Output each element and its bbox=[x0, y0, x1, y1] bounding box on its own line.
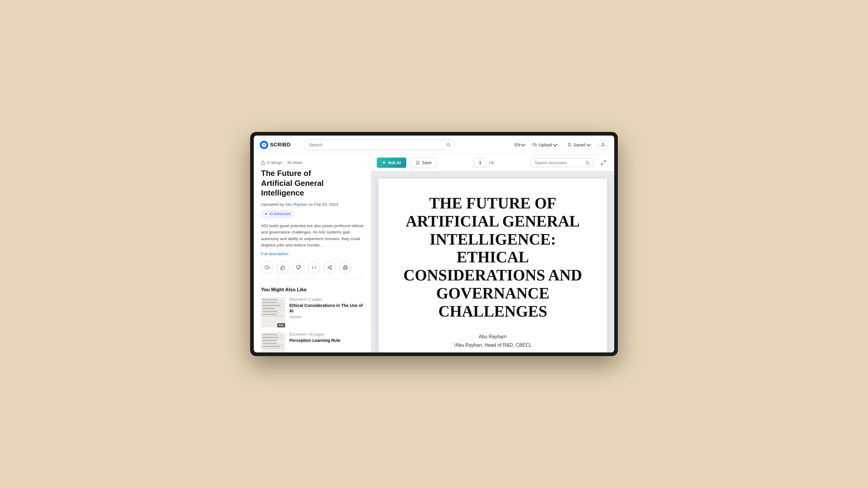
svg-line-1 bbox=[450, 146, 450, 147]
doc-content-area[interactable]: THE FUTURE OF ARTIFICIAL GENERAL INTELLI… bbox=[371, 171, 614, 352]
svg-point-8 bbox=[330, 268, 332, 270]
svg-point-12 bbox=[586, 161, 589, 164]
doc-search-button[interactable] bbox=[585, 161, 590, 165]
page-total: / 6 bbox=[489, 160, 494, 165]
ask-ai-star-icon: ✦ bbox=[382, 160, 386, 165]
doc-description: AGI holds great potential but also poses… bbox=[261, 223, 364, 249]
doc-viewer: ✦ Ask AI Save / 6 bbox=[371, 154, 614, 352]
save-label: Save bbox=[422, 160, 432, 165]
device-frame: SCRIBD EN bbox=[250, 132, 618, 356]
related-type-1: Document • 3 pages bbox=[289, 297, 364, 301]
related-info-1: Document • 3 pages Ethical Consideration… bbox=[289, 297, 364, 327]
svg-line-13 bbox=[588, 164, 589, 164]
doc-search bbox=[531, 158, 594, 167]
main-layout: 0 ratings • 38 views The Future of Artif… bbox=[254, 154, 614, 352]
page-main-title: THE FUTURE OF ARTIFICIAL GENERAL INTELLI… bbox=[403, 194, 583, 321]
doc-uploader: Uploaded by Abu Rayhan on Feb 03, 2024 bbox=[261, 202, 364, 207]
dislike-button[interactable] bbox=[292, 261, 304, 273]
doc-title-line2: Artificial General bbox=[261, 178, 324, 188]
doc-meta: 0 ratings • 38 views bbox=[261, 160, 364, 165]
svg-point-6 bbox=[330, 265, 332, 267]
saved-label: Saved bbox=[573, 142, 585, 147]
doc-title-line1: The Future of bbox=[261, 169, 311, 178]
share-button[interactable] bbox=[324, 261, 336, 273]
uploaded-by-prefix: Uploaded by bbox=[261, 202, 284, 207]
saved-chevron-icon bbox=[587, 142, 591, 146]
doc-title-line3: Intelligence bbox=[261, 188, 304, 197]
user-avatar[interactable] bbox=[598, 140, 608, 150]
search-bar bbox=[304, 139, 455, 150]
author-link[interactable]: Abu Rayhan bbox=[285, 202, 307, 207]
print-button[interactable] bbox=[339, 261, 351, 273]
scribd-logo-icon bbox=[260, 141, 268, 149]
ratings-count: 0 ratings bbox=[267, 160, 282, 165]
full-description-link[interactable]: Full description bbox=[261, 252, 288, 256]
like-button[interactable] bbox=[277, 261, 289, 273]
doc-page: THE FUTURE OF ARTIFICIAL GENERAL INTELLI… bbox=[378, 178, 607, 352]
page-number-input[interactable] bbox=[474, 158, 487, 167]
logo-text: SCRIBD bbox=[270, 142, 290, 148]
search-button[interactable] bbox=[446, 142, 451, 147]
svg-line-14 bbox=[604, 161, 606, 162]
svg-line-15 bbox=[601, 163, 603, 165]
upload-button[interactable]: Upload bbox=[530, 141, 560, 149]
upload-date: on Feb 03, 2024 bbox=[309, 202, 338, 207]
fullscreen-button[interactable] bbox=[598, 157, 609, 168]
ai-badge: ✦ AI-enhanced bbox=[261, 210, 294, 218]
ai-badge-label: AI-enhanced bbox=[269, 212, 290, 216]
svg-line-9 bbox=[329, 268, 331, 269]
chevron-down-icon bbox=[521, 142, 525, 146]
page-author-name: Abu Rayhan¹ bbox=[454, 332, 532, 341]
language-selector[interactable]: EN bbox=[515, 142, 524, 147]
doc-title: The Future of Artificial General Intelli… bbox=[261, 168, 364, 198]
nav-right: EN Upload Saved bbox=[515, 140, 608, 150]
svg-line-10 bbox=[329, 266, 331, 267]
language-label: EN bbox=[515, 142, 520, 147]
download-button[interactable] bbox=[261, 261, 273, 273]
logo-area: SCRIBD bbox=[260, 141, 299, 149]
related-section-title: You Might Also Like bbox=[261, 287, 364, 293]
related-card-2[interactable]: Document • 38 pages Perception Learning … bbox=[261, 332, 364, 352]
pdf-badge-1: PDF bbox=[277, 323, 285, 327]
page-author-affil: ¹Abu Rayhan, Head of R&D, CBECL bbox=[454, 341, 532, 350]
search-input[interactable] bbox=[304, 139, 455, 150]
related-title-1: Ethical Considerations in The Use of AI bbox=[289, 303, 364, 314]
saved-button[interactable]: Saved bbox=[564, 141, 593, 149]
viewer-toolbar: ✦ Ask AI Save / 6 bbox=[371, 154, 614, 171]
sidebar: 0 ratings • 38 views The Future of Artif… bbox=[254, 154, 371, 352]
ai-star-icon: ✦ bbox=[264, 212, 268, 216]
related-info-2: Document • 38 pages Perception Learning … bbox=[289, 332, 364, 352]
ask-ai-label: Ask AI bbox=[388, 160, 401, 165]
doc-search-input[interactable] bbox=[535, 161, 583, 165]
page-author: Abu Rayhan¹ ¹Abu Rayhan, Head of R&D, CB… bbox=[454, 332, 532, 350]
related-thumb-2 bbox=[261, 332, 285, 352]
related-type-2: Document • 38 pages bbox=[289, 332, 364, 336]
svg-point-3 bbox=[602, 143, 604, 144]
save-button[interactable]: Save bbox=[410, 158, 437, 168]
embed-button[interactable] bbox=[308, 261, 320, 273]
app-window: SCRIBD EN bbox=[254, 135, 614, 352]
related-thumb-1: PDF bbox=[261, 297, 285, 327]
page-nav: / 6 bbox=[474, 158, 494, 167]
action-icons bbox=[261, 261, 364, 280]
related-author-1: Junseo bbox=[289, 315, 364, 319]
top-nav: SCRIBD EN bbox=[254, 135, 614, 154]
svg-rect-4 bbox=[261, 162, 265, 164]
svg-point-7 bbox=[328, 267, 329, 268]
related-title-2: Perception Learning Rule bbox=[289, 338, 364, 343]
svg-rect-11 bbox=[344, 268, 347, 269]
upload-label: Upload bbox=[538, 142, 552, 147]
ask-ai-button[interactable]: ✦ Ask AI bbox=[377, 158, 406, 168]
upload-chevron-icon bbox=[553, 142, 557, 146]
svg-point-0 bbox=[447, 143, 450, 146]
related-card-1[interactable]: PDF Document • 3 pages Ethical Considera… bbox=[261, 297, 364, 327]
views-count: 38 views bbox=[287, 160, 302, 165]
